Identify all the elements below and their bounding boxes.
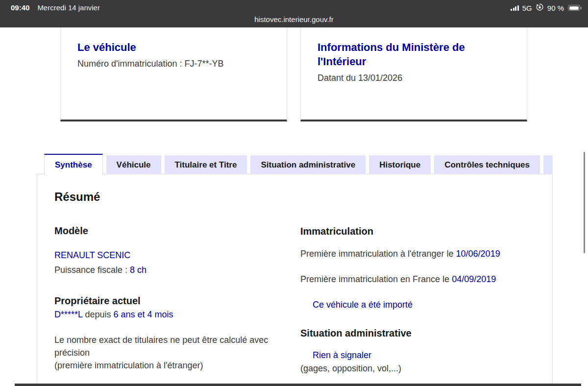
first-registration-foreign-label: Première immatriculation à l'étranger le <box>300 249 456 259</box>
safari-toolbar: 09:40 Mercredi 14 janvier 5G 90 % histov… <box>0 0 588 27</box>
owner-note-line2: (première immatriculation à l'étranger) <box>54 361 203 370</box>
status-left: 09:40 Mercredi 14 janvier <box>11 3 100 12</box>
battery-percent-label: 90 % <box>547 4 564 12</box>
summary-right-column: Immatriculation Première immatriculation… <box>300 174 540 374</box>
status-date: Mercredi 14 janvier <box>37 3 100 12</box>
owner-since-value: 6 ans et 4 mois <box>113 310 173 319</box>
ministry-card-date: Datant du 13/01/2026 <box>318 73 513 83</box>
orientation-lock-icon <box>536 3 544 13</box>
ministry-card: Informations du Ministère de l'Intérieur… <box>300 27 527 121</box>
page-scrollbar[interactable] <box>584 152 585 253</box>
tab-historique[interactable]: Historique <box>369 155 431 174</box>
owner-note: Le nombre exact de titulaires ne peut êt… <box>54 334 295 372</box>
vehicle-card-title: Le véhicule <box>77 40 273 54</box>
first-registration-foreign-date: 10/06/2019 <box>456 249 500 259</box>
imported-vehicle-link[interactable]: Ce véhicule a été importé <box>300 300 540 310</box>
fiscal-power-value: 8 ch <box>130 265 147 275</box>
owner-since-label: depuis <box>82 310 113 319</box>
tab-kilometrage[interactable]: Kilométrage <box>543 155 553 174</box>
fiscal-power-line: Puissance fiscale : 8 ch <box>54 265 295 275</box>
first-registration-foreign-line: Première immatriculation à l'étranger le… <box>300 249 540 259</box>
tab-controles-techniques[interactable]: Contrôles techniques <box>434 155 540 174</box>
vehicle-card-plate: Numéro d'immatriculation : FJ-7**-YB <box>77 59 273 69</box>
first-registration-france-line: Première immatriculation en France le 04… <box>300 274 540 285</box>
model-link[interactable]: RENAULT SCENIC <box>54 250 295 261</box>
owner-line: D*****L depuis 6 ans et 4 mois <box>54 310 295 320</box>
situation-heading: Situation administrative <box>300 327 540 339</box>
tab-synthese[interactable]: Synthèse <box>44 154 103 174</box>
ministry-card-title: Informations du Ministère de l'Intérieur <box>318 40 487 69</box>
owner-code: D*****L <box>54 310 82 319</box>
panel-title: Résumé <box>54 190 295 204</box>
owner-heading: Propriétaire actuel <box>54 295 295 307</box>
first-registration-france-date: 04/09/2019 <box>452 274 496 284</box>
network-type-label: 5G <box>522 4 532 12</box>
battery-icon <box>568 5 580 11</box>
cellular-signal-icon <box>511 5 519 11</box>
nothing-to-report-link[interactable]: Rien à signaler <box>300 350 540 361</box>
situation-note: (gages, opposition, vol,...) <box>300 363 540 374</box>
first-registration-france-label: Première immatriculation en France le <box>300 274 452 284</box>
tab-titulaire-et-titre[interactable]: Titulaire et Titre <box>165 155 247 174</box>
immatriculation-heading: Immatriculation <box>300 225 540 237</box>
tab-vehicule[interactable]: Véhicule <box>106 155 161 174</box>
vehicle-card: Le véhicule Numéro d'immatriculation : F… <box>60 27 287 121</box>
address-bar[interactable]: histovec.interieur.gouv.fr <box>254 15 333 24</box>
status-right: 5G 90 % <box>511 3 580 13</box>
fiscal-power-label: Puissance fiscale : <box>54 265 130 275</box>
summary-left-column: Résumé Modèle RENAULT SCENIC Puissance f… <box>54 174 295 372</box>
tab-situation-administrative[interactable]: Situation administrative <box>250 155 366 174</box>
model-heading: Modèle <box>54 225 295 237</box>
next-section-top-border <box>15 384 581 386</box>
owner-note-line1: Le nombre exact de titulaires ne peut êt… <box>54 335 268 358</box>
status-time: 09:40 <box>11 3 29 12</box>
tab-bar: Synthèse Véhicule Titulaire et Titre Sit… <box>37 153 553 174</box>
synthese-panel: Résumé Modèle RENAULT SCENIC Puissance f… <box>37 174 553 386</box>
